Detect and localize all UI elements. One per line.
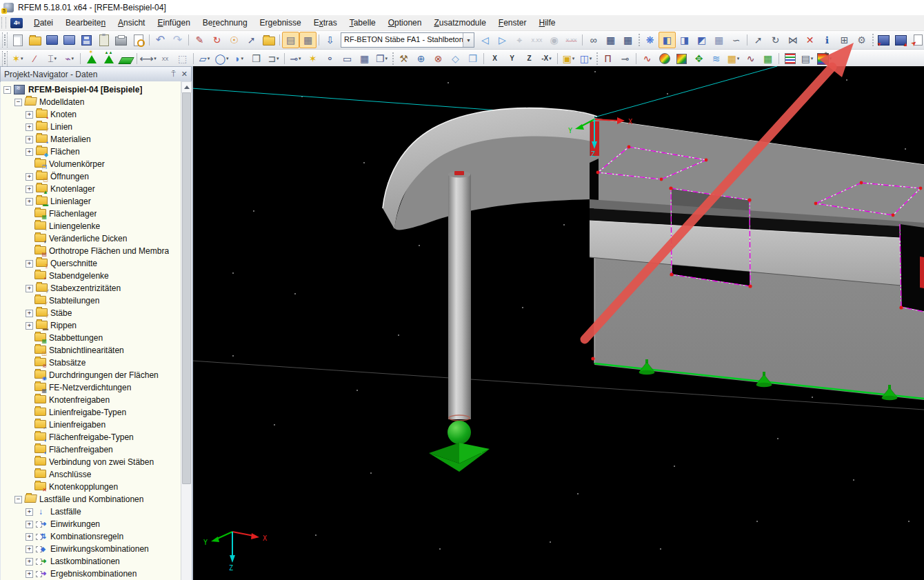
menu-berechnung[interactable]: Berechnung bbox=[197, 16, 254, 30]
workplane-xy-button[interactable]: ◧ bbox=[659, 32, 676, 48]
surface-circle-button[interactable]: ◯▾ bbox=[213, 50, 230, 67]
expand-icon[interactable]: + bbox=[26, 310, 33, 317]
tree-item-linienfreigabe-typen[interactable]: Linienfreigabe-Typen bbox=[1, 406, 181, 419]
show-tables-button[interactable]: ▤ bbox=[282, 32, 299, 48]
scroll-thumb[interactable] bbox=[182, 92, 191, 484]
extract-archive-button[interactable] bbox=[61, 32, 78, 48]
tree-item-ergebniskombinationen[interactable]: +Ergebniskombinationen bbox=[1, 568, 181, 580]
expand-icon[interactable]: + bbox=[26, 285, 33, 292]
menu-zusatzmodule[interactable]: Zusatzmodule bbox=[428, 16, 492, 30]
tree-item-flächenfreigaben[interactable]: ◖Flächenfreigaben bbox=[1, 443, 181, 456]
insert-polyline-button[interactable]: ⌁▾ bbox=[61, 50, 78, 67]
tree-item-orthotrope-flächen-und-membra[interactable]: ▤Orthotrope Flächen und Membra bbox=[1, 245, 181, 257]
export-table-button[interactable] bbox=[875, 32, 892, 48]
nodal-support-button[interactable] bbox=[83, 50, 100, 67]
view-y-button[interactable]: Y bbox=[503, 50, 521, 67]
tree-item-volumenkörper[interactable]: ❒Volumenkörper bbox=[1, 158, 181, 170]
next-result-button[interactable]: ▷ bbox=[494, 32, 511, 48]
close-icon[interactable]: ✕ bbox=[181, 70, 188, 79]
zoom-in-button[interactable]: ⊕ bbox=[412, 50, 430, 67]
copy-objects-button[interactable]: ❐▾ bbox=[373, 50, 390, 67]
line-support-button[interactable] bbox=[100, 50, 117, 67]
tree-item-lastkombinationen[interactable]: +Lastkombinationen bbox=[1, 555, 181, 568]
deformation-button[interactable]: ✥ bbox=[690, 50, 707, 67]
tree-item-lastfälle[interactable]: +Lastfälle bbox=[1, 506, 181, 518]
edit-values-button[interactable] bbox=[157, 50, 174, 67]
workplane-xz-button[interactable]: ◩ bbox=[693, 32, 710, 48]
chevron-down-icon[interactable]: ▾ bbox=[590, 56, 592, 61]
program-settings-button[interactable]: ⚙ bbox=[853, 32, 870, 48]
menu-tabelle[interactable]: Tabelle bbox=[343, 16, 382, 30]
model-viewport[interactable]: X Y Z X Y Z bbox=[192, 66, 924, 580]
new-model-button[interactable] bbox=[9, 32, 26, 48]
menu-einfügen[interactable]: Einfügen bbox=[151, 16, 196, 30]
color-scale-button[interactable]: ▾ bbox=[816, 50, 833, 67]
tree-item-einwirkungen[interactable]: +Einwirkungen bbox=[1, 518, 181, 530]
menu-ansicht[interactable]: Ansicht bbox=[112, 16, 151, 30]
pointer-mode-button[interactable]: ➚ bbox=[243, 32, 260, 48]
workplane-yz-button[interactable]: ◨ bbox=[676, 32, 693, 48]
surface-support-button[interactable] bbox=[117, 50, 134, 67]
tree-item-stabendgelenke[interactable]: ‣Stabendgelenke bbox=[1, 270, 181, 282]
tree-item-stabnichtlinearitäten[interactable]: ◫Stabnichtlinearitäten bbox=[1, 344, 181, 357]
result-values-button[interactable] bbox=[528, 32, 545, 48]
import-table-button[interactable] bbox=[892, 32, 910, 48]
goto-table-button[interactable]: ⇩ bbox=[321, 32, 339, 48]
tree-item-kombinationsregeln[interactable]: +Kombinationsregeln bbox=[1, 530, 181, 543]
tree-item-rfem-beispiel-04-beispiele-[interactable]: −RFEM-Beispiel-04 [Beispiele] bbox=[1, 83, 181, 96]
print-button[interactable] bbox=[112, 32, 130, 48]
tree-item-rippen[interactable]: +▬Rippen bbox=[1, 319, 181, 332]
chevron-down-icon[interactable]: ▾ bbox=[277, 56, 279, 61]
print-preview-button[interactable] bbox=[130, 32, 147, 48]
archive-model-button[interactable] bbox=[43, 32, 61, 48]
chevron-down-icon[interactable]: ▾ bbox=[549, 56, 552, 61]
smooth-results-button[interactable]: ≋ bbox=[707, 50, 725, 67]
tree-item-liniengelenke[interactable]: ‐Liniengelenke bbox=[1, 220, 181, 232]
fe-mesh-button[interactable]: ❋ bbox=[641, 32, 659, 48]
expand-icon[interactable]: + bbox=[26, 558, 33, 566]
collapse-icon[interactable]: − bbox=[3, 86, 11, 94]
zoom-out-button[interactable]: ⊗ bbox=[430, 50, 447, 67]
tree-item-knotenkopplungen[interactable]: ✕Knotenkopplungen bbox=[1, 481, 181, 493]
tree-item-anschlüsse[interactable]: Anschlüsse bbox=[1, 468, 181, 481]
control-panel-b-button[interactable]: ▦ bbox=[619, 32, 636, 48]
tree-item-flächen[interactable]: +◆Flächen bbox=[1, 146, 181, 158]
expand-icon[interactable]: + bbox=[26, 173, 33, 181]
menu-datei[interactable]: Datei bbox=[28, 16, 59, 30]
lasso-select-button[interactable]: ∽ bbox=[727, 32, 745, 48]
scroll-up-icon[interactable] bbox=[181, 81, 192, 93]
expand-icon[interactable]: + bbox=[26, 136, 33, 143]
render-mode-button[interactable]: ⚒ bbox=[395, 50, 412, 67]
tree-item-knotenfreigaben[interactable]: Knotenfreigaben bbox=[1, 394, 181, 406]
tree-item-linien[interactable]: +∕Linien bbox=[1, 121, 181, 133]
tree-item-knotenlager[interactable]: +▲Knotenlager bbox=[1, 183, 181, 195]
mirror-copy-button[interactable]: ⋈ bbox=[784, 32, 801, 48]
visibility-button[interactable]: ◫▾ bbox=[577, 50, 594, 67]
menu-ergebnisse[interactable]: Ergebnisse bbox=[254, 16, 308, 30]
panel-button[interactable] bbox=[781, 50, 799, 67]
delete-objects-button[interactable]: ✕ bbox=[801, 32, 818, 48]
result-table-button[interactable]: ▦ bbox=[759, 50, 776, 67]
tree-item-flächenfreigabe-typen[interactable]: ◖Flächenfreigabe-Typen bbox=[1, 431, 181, 443]
tree-item-querschnitte[interactable]: +⌶Querschnitte bbox=[1, 257, 181, 270]
tree-item-verbindung-von-zwei-stäben[interactable]: Verbindung von zwei Stäben bbox=[1, 456, 181, 468]
chevron-down-icon[interactable]: ▾ bbox=[54, 56, 57, 61]
hide-values-button[interactable] bbox=[563, 32, 580, 48]
expand-icon[interactable]: + bbox=[26, 186, 33, 193]
rotate-view-button[interactable]: ↻ bbox=[208, 32, 225, 48]
info-button[interactable]: ℹ bbox=[818, 32, 836, 48]
regenerate-button[interactable]: ⊸ bbox=[616, 50, 634, 67]
chevron-down-icon[interactable]: ▾ bbox=[811, 56, 814, 61]
expand-icon[interactable]: + bbox=[26, 533, 33, 541]
result-diagram-button[interactable]: ∿ bbox=[742, 50, 759, 67]
chevron-down-icon[interactable]: ▾ bbox=[71, 56, 74, 61]
expand-icon[interactable]: + bbox=[26, 111, 33, 119]
display-navigator-button[interactable]: ▤▾ bbox=[799, 50, 816, 67]
calculation-info-button[interactable]: ⌖ bbox=[511, 32, 528, 48]
isometric-view-button[interactable]: ◇ bbox=[447, 50, 464, 67]
menu-optionen[interactable]: Optionen bbox=[382, 16, 428, 30]
expand-icon[interactable]: + bbox=[26, 508, 33, 516]
view-x-button[interactable]: X bbox=[486, 50, 503, 67]
surface-rect-button[interactable]: ▱▾ bbox=[196, 50, 213, 67]
clipboard-button[interactable] bbox=[95, 32, 112, 48]
